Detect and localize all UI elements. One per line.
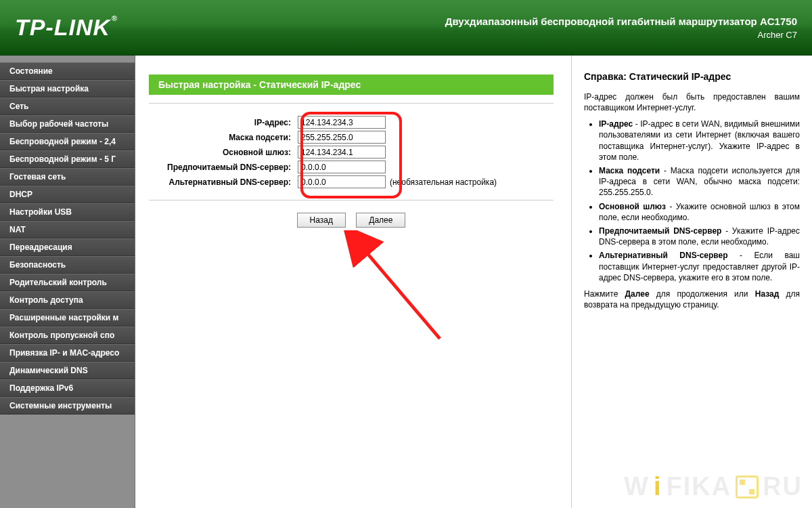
sidebar-item[interactable]: Быстрая настройка <box>0 80 135 98</box>
help-title: Справка: Статический IP-адрес <box>584 70 800 83</box>
input-dns1[interactable] <box>298 161 386 173</box>
row-dns2: Альтернативный DNS-сервер: (необязательн… <box>149 175 554 188</box>
optional-note: (необязательная настройка) <box>390 177 497 187</box>
label-mask: Маска подсети: <box>149 133 298 142</box>
label-gateway: Основной шлюз: <box>149 148 298 157</box>
label-dns2: Альтернативный DNS-сервер: <box>149 177 298 187</box>
input-mask[interactable] <box>298 131 386 144</box>
sidebar-item[interactable]: Состояние <box>0 62 135 80</box>
sidebar-item[interactable]: Беспроводной режим - 5 Г <box>0 150 135 168</box>
section-title: Быстрая настройка - Статический IP-адрес <box>149 75 554 95</box>
main-panel: Быстрая настройка - Статический IP-адрес… <box>135 56 572 508</box>
label-dns1: Предпочитаемый DNS-сервер: <box>149 163 298 172</box>
sidebar-item[interactable]: Выбор рабочей частоты <box>0 115 135 133</box>
logo-text: TP-LINK <box>15 14 110 41</box>
sidebar-item[interactable]: Переадресация <box>0 238 135 256</box>
watermark: WiFIKA RU <box>624 472 803 501</box>
help-panel: Справка: Статический IP-адрес IP-адрес д… <box>572 56 812 508</box>
sidebar-item[interactable]: Контроль доступа <box>0 291 135 309</box>
input-ip[interactable] <box>298 116 386 129</box>
watermark-qr-icon <box>736 475 759 499</box>
row-mask: Маска подсети: <box>149 131 554 144</box>
input-gateway[interactable] <box>298 146 386 158</box>
separator-bottom <box>149 200 554 200</box>
row-dns1: Предпочитаемый DNS-сервер: <box>149 161 554 173</box>
back-button[interactable]: Назад <box>297 213 346 228</box>
help-list-item: Маска подсети - Маска подсети использует… <box>599 165 800 198</box>
sidebar-item[interactable]: Контроль пропускной спо <box>0 326 135 344</box>
row-gateway: Основной шлюз: <box>149 146 554 158</box>
button-row: Назад Далее <box>149 213 554 228</box>
sidebar-item[interactable]: Сеть <box>0 98 135 115</box>
sidebar-item[interactable]: Поддержка IPv6 <box>0 379 135 397</box>
sidebar-nav: СостояниеБыстрая настройкаСетьВыбор рабо… <box>0 56 135 508</box>
label-ip: IP-адрес: <box>149 118 298 127</box>
product-model: Archer C7 <box>445 30 797 40</box>
help-outro: Нажмите Далее для продолжения или Назад … <box>584 289 800 310</box>
sidebar-item[interactable]: Беспроводной режим - 2,4 <box>0 133 135 150</box>
sidebar-item[interactable]: Системные инструменты <box>0 397 135 415</box>
sidebar-item[interactable]: Расширенные настройки м <box>0 309 135 326</box>
brand-logo: TP-LINK ® <box>15 14 118 41</box>
sidebar-item[interactable]: Динамический DNS <box>0 362 135 379</box>
row-ip: IP-адрес: <box>149 116 554 129</box>
sidebar-item[interactable]: NAT <box>0 221 135 238</box>
help-list-item: Основной шлюз - Укажите основной шлюз в … <box>599 201 800 223</box>
sidebar-item[interactable]: Безопасность <box>0 256 135 274</box>
help-list-item: Альтернативный DNS-сервер - Если ваш пос… <box>599 250 800 283</box>
help-list-item: Предпочитаемый DNS-сервер - Укажите IP-а… <box>599 226 800 247</box>
help-intro: IP-адрес должен был быть предоставлен ва… <box>584 91 800 113</box>
separator-top <box>149 103 554 104</box>
sidebar-item[interactable]: Привязка IP- и MAC-адресо <box>0 344 135 362</box>
logo-reg: ® <box>112 14 118 22</box>
sidebar-item[interactable]: DHCP <box>0 186 135 203</box>
sidebar-item[interactable]: Настройки USB <box>0 203 135 221</box>
header-bar: TP-LINK ® Двухдиапазонный беспроводной г… <box>0 0 812 56</box>
sidebar-item[interactable]: Гостевая сеть <box>0 168 135 186</box>
header-title-block: Двухдиапазонный беспроводной гигабитный … <box>445 16 797 40</box>
help-list: IP-адрес - IP-адрес в сети WAN, видимый … <box>599 119 800 283</box>
sidebar-item[interactable]: Родительский контроль <box>0 274 135 291</box>
form-area: IP-адрес: Маска подсети: Основной шлюз: … <box>149 116 554 194</box>
input-dns2[interactable] <box>298 175 386 188</box>
next-button[interactable]: Далее <box>356 213 405 228</box>
product-title: Двухдиапазонный беспроводной гигабитный … <box>445 16 797 27</box>
help-list-item: IP-адрес - IP-адрес в сети WAN, видимый … <box>599 119 800 163</box>
